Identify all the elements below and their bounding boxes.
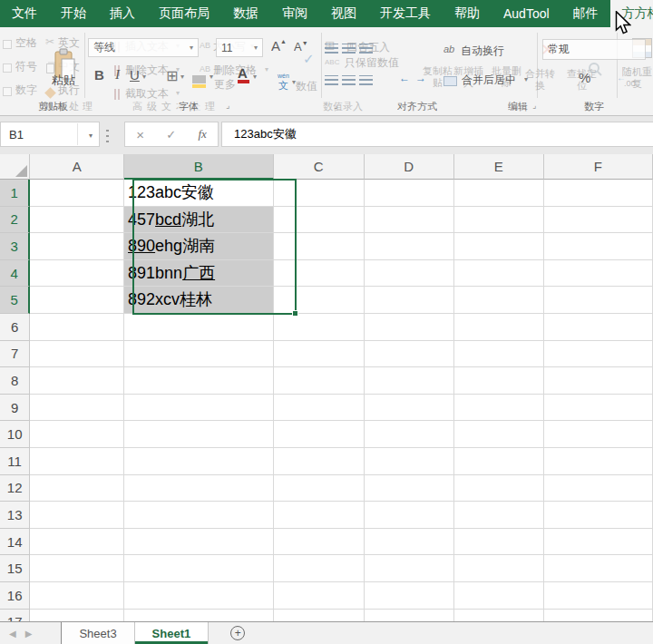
cell-E3[interactable]: [454, 233, 544, 260]
cell-C4[interactable]: [274, 260, 365, 288]
cell-C17[interactable]: [274, 610, 365, 622]
cell-D17[interactable]: [365, 610, 454, 622]
ribbon-tab-文件[interactable]: 文件: [0, 0, 49, 27]
cell-B6[interactable]: [124, 314, 274, 341]
cell-E2[interactable]: [454, 207, 544, 234]
cell-C14[interactable]: [274, 529, 365, 556]
align-top-icon[interactable]: [325, 41, 338, 57]
cell-C15[interactable]: [274, 555, 365, 582]
row-header-3[interactable]: 3: [0, 233, 30, 260]
align-left-icon[interactable]: [325, 73, 338, 89]
cell-A14[interactable]: [30, 529, 124, 556]
cell-B13[interactable]: [124, 502, 274, 529]
cell-B4[interactable]: 891bnn广西: [124, 260, 274, 288]
cell-A12[interactable]: [30, 475, 124, 503]
cell-E16[interactable]: [454, 582, 544, 610]
cell-E7[interactable]: [454, 341, 544, 368]
cell-B11[interactable]: [124, 448, 274, 475]
cell-A15[interactable]: [30, 555, 124, 582]
remove-space-button[interactable]: 删除空格: [213, 63, 257, 78]
merge-convert-button[interactable]: 合并转 换: [525, 68, 555, 92]
merge-center-button[interactable]: 合并后居中: [462, 73, 516, 88]
cell-E13[interactable]: [454, 502, 544, 529]
cell-A2[interactable]: [30, 207, 124, 234]
cell-A10[interactable]: [30, 421, 124, 448]
cell-D14[interactable]: [365, 529, 454, 556]
cell-F4[interactable]: [544, 260, 653, 288]
ribbon-tab-数据[interactable]: 数据: [221, 0, 270, 27]
cell-D13[interactable]: [365, 502, 454, 529]
sheet-tab-Sheet1[interactable]: Sheet1: [135, 622, 210, 644]
cell-B14[interactable]: [124, 529, 274, 556]
column-header-C[interactable]: C: [274, 154, 365, 180]
cell-F8[interactable]: [544, 367, 653, 395]
cell-A1[interactable]: [30, 180, 124, 207]
cell-B12[interactable]: [124, 475, 274, 503]
column-header-D[interactable]: D: [365, 154, 454, 180]
cell-F6[interactable]: [544, 314, 653, 341]
cell-C6[interactable]: [274, 314, 365, 341]
cell-B2[interactable]: 457bcd湖北: [124, 207, 274, 234]
cell-B8[interactable]: [124, 367, 274, 395]
ribbon-tab-视图[interactable]: 视图: [319, 0, 368, 27]
caret-icon[interactable]: ▾: [292, 78, 296, 86]
cell-D1[interactable]: [365, 180, 454, 207]
caret-icon[interactable]: ▾: [180, 73, 184, 81]
row-header-16[interactable]: 16: [0, 582, 30, 610]
percent-button[interactable]: %: [579, 70, 590, 85]
cell-D5[interactable]: [365, 287, 454, 314]
sheet-next-button[interactable]: ▶: [25, 622, 42, 644]
align-center-icon[interactable]: [342, 73, 356, 89]
cell-B3[interactable]: 890ehg湖南: [124, 233, 274, 260]
add-sheet-button[interactable]: +: [230, 626, 245, 640]
align-right-icon[interactable]: [359, 73, 373, 89]
wrap-text-button[interactable]: 自动换行: [461, 44, 504, 59]
row-header-12[interactable]: 12: [0, 475, 30, 503]
cell-D8[interactable]: [365, 367, 454, 395]
more-button[interactable]: 更多: [214, 77, 236, 93]
sheet-tab-Sheet3[interactable]: Sheet3: [62, 622, 134, 644]
cell-F1[interactable]: [544, 180, 653, 207]
column-header-E[interactable]: E: [454, 154, 544, 180]
cell-F5[interactable]: [544, 287, 653, 314]
cell-B1[interactable]: 123abc安徽: [124, 180, 274, 207]
enter-button[interactable]: ✓: [166, 128, 176, 141]
sheet-prev-button[interactable]: ◀: [0, 622, 25, 644]
cell-A13[interactable]: [30, 502, 124, 529]
number-format-combo[interactable]: 常规: [542, 39, 646, 60]
column-header-F[interactable]: F: [544, 154, 653, 180]
cell-E4[interactable]: [454, 260, 544, 288]
insert-function-button[interactable]: fx: [198, 127, 206, 141]
ribbon-tab-页面布局[interactable]: 页面布局: [147, 0, 221, 27]
cell-F2[interactable]: [544, 207, 653, 234]
cell-A11[interactable]: [30, 448, 124, 475]
cell-A7[interactable]: [30, 341, 124, 368]
cell-E5[interactable]: [454, 287, 544, 314]
dialog-launcher-icon[interactable]: ⌟: [226, 101, 229, 110]
italic-button[interactable]: I: [115, 67, 120, 83]
cell-C16[interactable]: [274, 582, 365, 610]
cell-F14[interactable]: [544, 529, 653, 556]
select-all-button[interactable]: [0, 154, 30, 180]
cell-D9[interactable]: [365, 395, 454, 422]
keep-numbers-button[interactable]: 只保留数值: [345, 55, 399, 71]
cell-F3[interactable]: [544, 233, 653, 260]
cell-D11[interactable]: [365, 448, 454, 475]
font-name-combo[interactable]: 等线 ▾: [88, 38, 199, 57]
cell-C3[interactable]: [274, 233, 365, 260]
caret-icon[interactable]: ▾: [210, 73, 213, 81]
cell-D16[interactable]: [365, 582, 454, 610]
cell-E11[interactable]: [454, 448, 544, 475]
cell-A5[interactable]: [30, 287, 124, 314]
font-size-combo[interactable]: 11 ▾: [216, 38, 263, 57]
cell-C12[interactable]: [274, 475, 365, 503]
ribbon-tab-开始[interactable]: 开始: [49, 0, 98, 27]
dialog-launcher-icon[interactable]: ⌟: [532, 101, 536, 110]
align-bottom-icon[interactable]: [359, 41, 373, 57]
cell-C8[interactable]: [274, 367, 365, 395]
cell-D4[interactable]: [365, 260, 454, 288]
cell-A16[interactable]: [30, 582, 124, 610]
ribbon-tab-邮件[interactable]: 邮件: [561, 0, 610, 27]
formula-input[interactable]: 123abc安徽: [221, 122, 653, 147]
cell-A8[interactable]: [30, 367, 124, 395]
